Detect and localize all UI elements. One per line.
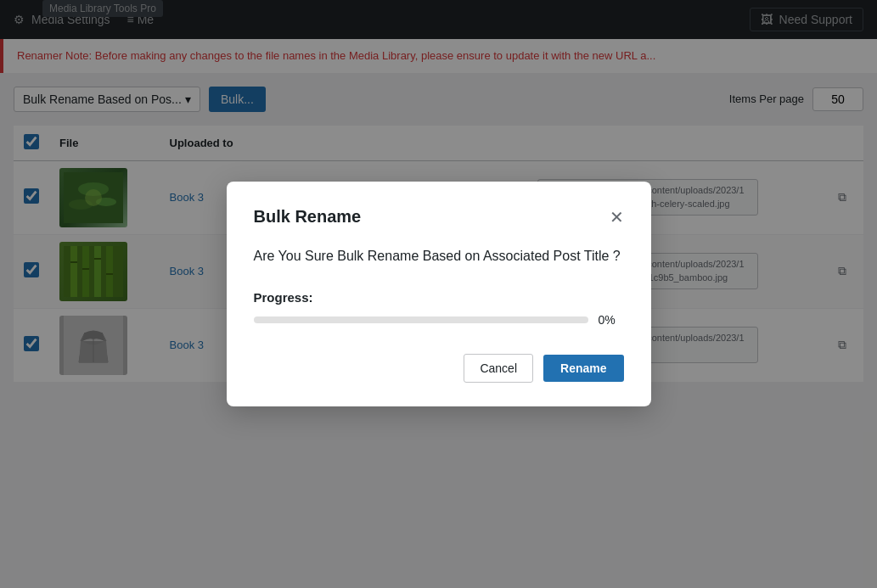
modal-progress-label: Progress: bbox=[254, 290, 624, 305]
modal-header: Bulk Rename ✕ bbox=[254, 207, 624, 227]
rename-button[interactable]: Rename bbox=[543, 355, 623, 382]
modal-progress-section: Progress: 0% bbox=[254, 290, 624, 327]
bulk-rename-modal: Bulk Rename ✕ Are You Sure Bulk Rename B… bbox=[227, 182, 651, 406]
modal-actions: Cancel Rename bbox=[254, 354, 624, 383]
modal-title: Bulk Rename bbox=[254, 207, 362, 227]
modal-overlay: Bulk Rename ✕ Are You Sure Bulk Rename B… bbox=[0, 0, 877, 588]
progress-bar-wrap: 0% bbox=[254, 313, 624, 327]
progress-bar-background bbox=[254, 316, 588, 323]
cancel-button[interactable]: Cancel bbox=[464, 354, 533, 383]
modal-close-button[interactable]: ✕ bbox=[610, 209, 624, 226]
modal-question: Are You Sure Bulk Rename Based on Associ… bbox=[254, 247, 624, 266]
progress-percentage: 0% bbox=[599, 313, 624, 327]
